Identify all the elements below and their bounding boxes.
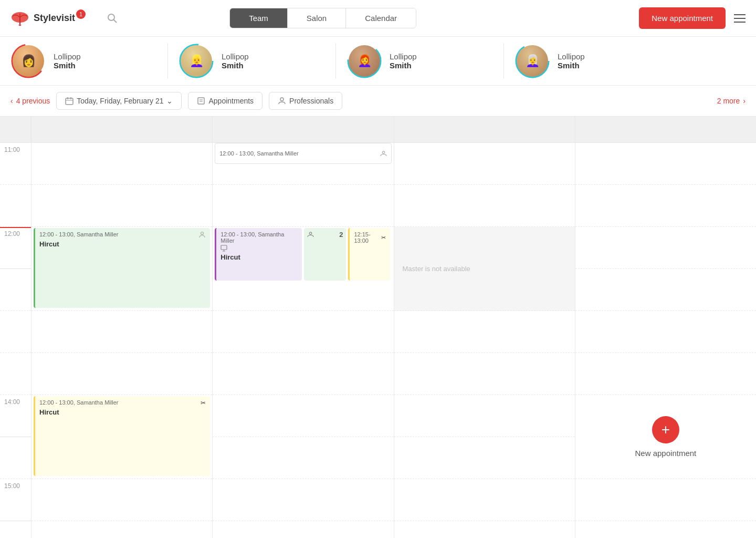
col3-slot-12: Master is not available	[394, 227, 575, 311]
prev-label: 4 previous	[16, 97, 50, 105]
staff-4-firstname: Lollipop	[558, 52, 585, 61]
person-icon	[198, 231, 206, 239]
col1-slot-12[interactable]: 12:00 - 13:00, Samantha Miller Hircut	[32, 227, 212, 311]
tab-salon[interactable]: Salon	[288, 8, 346, 28]
col3-slot-14[interactable]	[394, 311, 575, 353]
col4-slot-12h[interactable]	[575, 269, 756, 311]
svg-rect-12	[198, 98, 204, 104]
col1-slot-11h[interactable]	[32, 185, 212, 227]
time-12: 12:00 11:32	[0, 227, 31, 269]
toolbar-row: ‹ 4 previous Today, Friday, February 21 …	[0, 86, 756, 117]
nav-tabs: Team Salon Calendar	[229, 8, 416, 28]
professionals-filter-label: Professionals	[289, 97, 333, 105]
staff-3-lastname: Smith	[390, 61, 417, 70]
col1-appt-green[interactable]: 12:00 - 13:00, Samantha Miller Hircut	[34, 228, 210, 308]
staff-row: 👩 Lollipop Smith 👱‍♀️ Lollipop Smith	[0, 37, 756, 86]
svg-rect-8	[66, 98, 73, 105]
col1-slot-16h[interactable]	[32, 521, 212, 538]
col2-appt-yellow[interactable]: 12:15-13:00 ✂	[348, 228, 390, 281]
staff-col-3: Master is not available	[394, 117, 575, 538]
col3-slot-11[interactable]	[394, 143, 575, 185]
col1-appt-yellow-time: 12:00 - 13:00, Samantha Miller	[39, 399, 118, 406]
time-13	[0, 311, 31, 353]
col3-slot-11h[interactable]	[394, 185, 575, 227]
add-icon: +	[652, 416, 679, 443]
time-13-half	[0, 353, 31, 395]
col3-slot-16h[interactable]	[394, 521, 575, 538]
tab-calendar[interactable]: Calendar	[346, 8, 416, 28]
calendar-grid: 11:00 12:00 11:32 14:00 15:00	[0, 117, 756, 538]
col2-slot-16h[interactable]	[213, 521, 393, 538]
notification-badge: 1	[76, 9, 86, 19]
staff-cell-1[interactable]: 👩 Lollipop Smith	[0, 43, 168, 79]
col4-slot-14h[interactable]	[575, 353, 756, 395]
col3-slot-16[interactable]	[394, 479, 575, 521]
col4-slot-11[interactable]	[575, 143, 756, 185]
staff-cell-2[interactable]: 👱‍♀️ Lollipop Smith	[168, 43, 336, 79]
col4-slot-16h[interactable]	[575, 521, 756, 538]
svg-point-21	[310, 232, 312, 234]
monitor-icon	[220, 245, 227, 252]
col2-pending[interactable]: 12:00 - 13:00, Samantha Miller	[215, 143, 391, 164]
avatar-4-placeholder: 👩‍🦳	[526, 54, 540, 68]
chevron-left-icon: ‹	[10, 97, 13, 105]
search-icon[interactable]	[107, 13, 118, 24]
col2-slot-14[interactable]	[213, 311, 393, 353]
col2-appt-purple-service: Hircut	[220, 253, 298, 261]
col1-slot-15[interactable]: 12:00 - 13:00, Samantha Miller ✂ Hircut	[32, 395, 212, 479]
staff-1-firstname: Lollipop	[54, 52, 81, 61]
appointments-filter-label: Appointments	[208, 97, 254, 105]
col1-appt-green-time: 12:00 - 13:00, Samantha Miller	[39, 231, 118, 237]
staff-cell-4[interactable]: 👩‍🦳 Lollipop Smith	[504, 43, 672, 79]
col2-slot-14h[interactable]	[213, 353, 393, 395]
col4-slot-14[interactable]	[575, 311, 756, 353]
svg-point-15	[280, 98, 284, 101]
avatar-4: 👩‍🦳	[514, 43, 550, 79]
col4-slot-12[interactable]	[575, 227, 756, 269]
time-15-half	[0, 521, 31, 538]
avatar-1-placeholder: 👩	[22, 54, 36, 68]
date-picker-button[interactable]: Today, Friday, February 21 ⌄	[56, 92, 182, 110]
new-appointment-button[interactable]: New appointment	[639, 7, 726, 29]
col1-slot-14h[interactable]	[32, 353, 212, 395]
col2-slot-11h[interactable]	[213, 185, 393, 227]
col2-appt-purple-time: 12:00 - 13:00, Samantha Miller	[220, 231, 298, 244]
menu-icon[interactable]	[734, 14, 746, 23]
time-15: 15:00	[0, 479, 31, 521]
col1-slot-11[interactable]	[32, 143, 212, 185]
chevron-right-icon: ›	[743, 97, 746, 105]
filter-professionals-button[interactable]: Professionals	[269, 92, 342, 110]
time-14: 14:00	[0, 395, 31, 437]
person-outline-icon	[380, 150, 387, 157]
filter-appointments-button[interactable]: Appointments	[188, 92, 262, 110]
svg-rect-18	[221, 245, 227, 250]
time-11: 11:00	[0, 143, 31, 185]
new-appointment-panel[interactable]: + New appointment	[635, 395, 697, 479]
more-button[interactable]: 2 more ›	[717, 97, 746, 105]
col2-slot-16[interactable]	[213, 479, 393, 521]
col3-slot-14h[interactable]	[394, 353, 575, 395]
col2-slot-11[interactable]: 12:00 - 13:00, Samantha Miller	[213, 143, 393, 185]
col2-appt-purple[interactable]: 12:00 - 13:00, Samantha Miller Hircut	[215, 228, 302, 281]
staff-cell-3[interactable]: 👩‍🦰 Lollipop Smith	[336, 43, 504, 79]
col4-slot-16[interactable]	[575, 479, 756, 521]
staff-col-4: + New appointment	[575, 117, 756, 538]
col4-slot-11h[interactable]	[575, 185, 756, 227]
prev-button[interactable]: ‹ 4 previous	[10, 97, 50, 105]
col2-slot-15[interactable]	[213, 395, 393, 437]
tab-team[interactable]: Team	[230, 8, 288, 28]
col3-slot-15[interactable]	[394, 395, 575, 437]
logo-icon	[10, 9, 29, 28]
col1-slot-16[interactable]	[32, 479, 212, 521]
professionals-icon	[278, 97, 286, 105]
col2-slot-15h[interactable]	[213, 437, 393, 479]
col4-slot-15[interactable]: + New appointment	[575, 395, 756, 479]
col2-slot-12[interactable]: 12:00 - 13:00, Samantha Miller Hircut	[213, 227, 393, 311]
col1-slot-14[interactable]	[32, 311, 212, 353]
svg-line-3	[114, 19, 117, 23]
calendar-scroll[interactable]: 11:00 12:00 11:32 14:00 15:00	[0, 117, 756, 538]
col1-appt-yellow[interactable]: 12:00 - 13:00, Samantha Miller ✂ Hircut	[34, 396, 210, 476]
staff-3-firstname: Lollipop	[390, 52, 417, 61]
col3-slot-15h[interactable]	[394, 437, 575, 479]
date-label: Today, Friday, February 21	[77, 97, 163, 105]
